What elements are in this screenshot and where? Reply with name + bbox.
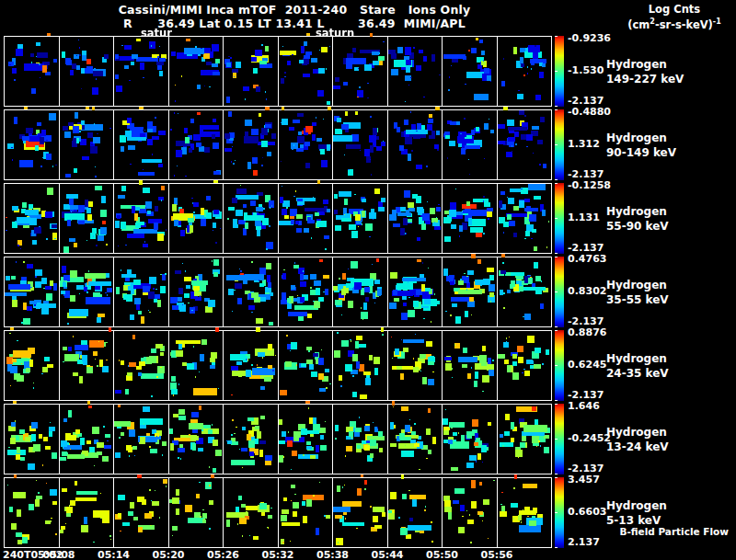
row-legend: Hydrogen35-55 keV <box>606 278 726 307</box>
colorbar-tick <box>555 106 558 107</box>
spectrogram-row-5-13-kev <box>4 474 552 548</box>
spectrogram-row-24-35-kev <box>4 327 552 401</box>
colorbar-tick <box>555 109 558 110</box>
time-tick-label: 05:26 <box>205 549 242 560</box>
colorbar-tick <box>555 400 558 401</box>
colorbar-row-7 <box>555 477 564 548</box>
colorbar-title-line1: Log Cnts <box>620 3 729 16</box>
colorbar-max-label: 1.646 <box>568 400 632 412</box>
colorbar-tick <box>555 326 558 327</box>
colorbar-tick <box>555 477 558 478</box>
spectrogram-row-55-90-kev <box>4 180 552 254</box>
colorbar-max-label: -0.1258 <box>568 179 632 191</box>
colorbar-tick <box>555 183 558 184</box>
energy-range-label: 149-227 keV <box>606 72 726 86</box>
colorbar-row-5 <box>555 330 564 401</box>
colorbar-tick <box>555 253 558 254</box>
colorbar-row-2 <box>555 109 564 180</box>
energy-range-label: 13-24 keV <box>606 440 726 454</box>
time-tick-label: 05:44 <box>369 549 406 560</box>
species-label: Hydrogen <box>606 498 726 513</box>
colorbar-tick <box>555 71 558 72</box>
energy-range-label: 55-90 keV <box>606 219 726 234</box>
spectrogram-row-149-227-kev <box>4 33 552 107</box>
colorbar-row-4 <box>555 257 564 327</box>
colorbar-tick <box>555 330 558 331</box>
colorbar-tick <box>555 365 558 366</box>
energy-range-label: 24-35 keV <box>606 366 726 381</box>
species-label: Hydrogen <box>606 425 726 440</box>
colorbar-max-label: -0.4880 <box>568 106 632 118</box>
row-legend: Hydrogen24-35 keV <box>606 351 726 381</box>
colorbar-tick <box>555 179 558 180</box>
colorbar-title: Log Cnts (cm2-sr-s-keV)-1 <box>620 3 729 31</box>
colorbar-min-label: 2.137 <box>568 536 632 548</box>
energy-range-label: 35-55 keV <box>606 292 726 307</box>
time-tick-label: 05:32 <box>259 549 296 560</box>
colorbar-row-1 <box>555 36 564 107</box>
species-label: Hydrogen <box>606 351 726 366</box>
row-legend: Hydrogen5-13 keV <box>606 498 726 528</box>
energy-range-label: 90-149 keV <box>606 145 726 160</box>
colorbar-tick <box>555 257 558 257</box>
colorbar-row-3 <box>555 183 564 254</box>
row-legend: Hydrogen55-90 keV <box>606 204 726 234</box>
species-label: Hydrogen <box>606 131 726 145</box>
saturn-annotation: satur <box>141 27 172 40</box>
colorbar-tick <box>555 36 558 37</box>
time-tick-label: 05:08 <box>40 549 77 560</box>
spectrogram-row-35-55-kev <box>4 254 552 327</box>
colorbar-tick <box>555 144 558 145</box>
colorbar-tick <box>555 474 558 474</box>
time-tick-label: 05:38 <box>315 549 351 560</box>
species-label: Hydrogen <box>606 204 726 219</box>
spectrogram-display: Cassini/MIMI Inca mTOF 2011-240 Stare Io… <box>0 0 736 560</box>
plot-title: Cassini/MIMI Inca mTOF 2011-240 Stare Io… <box>37 3 552 17</box>
colorbar-units: (cm2-sr-s-keV)-1 <box>620 16 729 31</box>
time-tick-label: 05:20 <box>150 549 187 560</box>
species-label: Hydrogen <box>606 57 726 72</box>
time-tick-label: 05:50 <box>424 549 461 560</box>
row-legend: Hydrogen13-24 keV <box>606 425 726 454</box>
colorbar-max-label: 3.457 <box>568 474 632 486</box>
spectrogram-row-90-149-kev <box>4 107 552 180</box>
row-legend: Hydrogen149-227 keV <box>606 57 726 86</box>
plot-subtitle: R 36.49 Lat 0.15 LT 13.41 L 36.49 MIMI/A… <box>37 17 552 30</box>
colorbar-tick <box>555 291 558 292</box>
bfield-particle-flow-label: B-field Particle Flow <box>619 526 729 537</box>
colorbar-tick <box>555 404 558 405</box>
time-tick-label: 05:14 <box>96 549 132 560</box>
colorbar-tick <box>555 512 558 513</box>
colorbar-tick <box>555 547 558 548</box>
row-legend: Hydrogen90-149 keV <box>606 131 726 160</box>
colorbar-max-label: -0.9236 <box>568 32 632 44</box>
time-tick-label: 05:56 <box>478 549 515 560</box>
colorbar-max-label: 0.8876 <box>568 326 632 338</box>
saturn-annotation: saturn <box>316 27 354 40</box>
colorbar-tick <box>555 218 558 219</box>
spectrogram-row-13-24-kev <box>4 401 552 474</box>
colorbar-tick <box>555 439 558 440</box>
colorbar-row-6 <box>555 404 564 474</box>
species-label: Hydrogen <box>606 278 726 292</box>
colorbar-max-label: 0.4763 <box>568 253 632 265</box>
